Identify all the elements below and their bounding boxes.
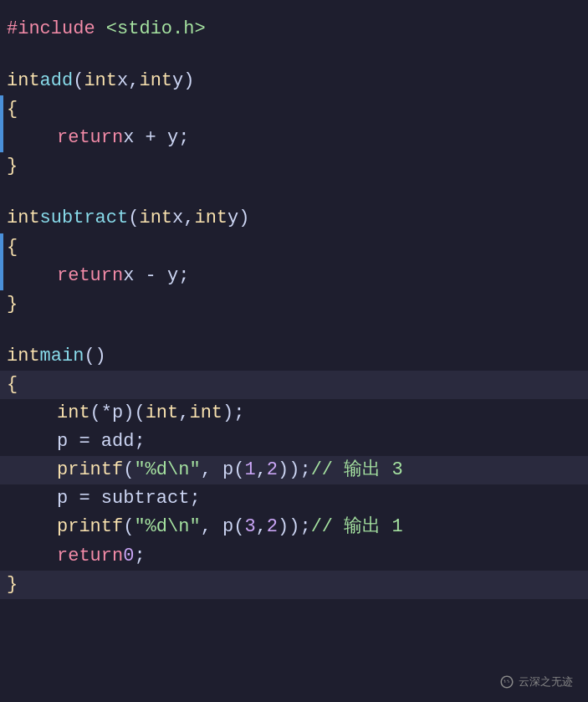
line-add-return: return x + y; bbox=[0, 124, 588, 152]
line-main-assign-subtract: p = subtract; bbox=[0, 484, 588, 513]
line-subtract-sig: int subtract ( int x , int y ) bbox=[0, 204, 588, 233]
left-bar bbox=[0, 124, 3, 152]
line-main-brace-close: } bbox=[0, 571, 588, 599]
blank-line-1 bbox=[0, 44, 588, 67]
include-directive: #include <stdio.h> bbox=[7, 15, 206, 44]
line-main-sig: int main () bbox=[0, 342, 588, 371]
svg-point-1 bbox=[509, 681, 510, 683]
code-editor: #include <stdio.h> int add ( int x , int… bbox=[0, 0, 588, 702]
line-add-sig: int add ( int x , int y ) bbox=[0, 67, 588, 95]
line-add-brace-close: } bbox=[0, 152, 588, 181]
blank-line-3 bbox=[0, 319, 588, 342]
line-main-printf1: printf ( "%d\n" , p( 1 , 2 )); // 输出 3 bbox=[0, 456, 588, 484]
left-bar bbox=[0, 262, 3, 290]
watermark-text: 云深之无迹 bbox=[519, 674, 573, 690]
line-main-return: return 0 ; bbox=[0, 542, 588, 571]
line-subtract-brace-close: } bbox=[0, 290, 588, 319]
line-include: #include <stdio.h> bbox=[0, 15, 588, 44]
line-main-printf2: printf ( "%d\n" , p( 3 , 2 )); // 输出 1 bbox=[0, 513, 588, 541]
line-main-assign-add: p = add; bbox=[0, 428, 588, 456]
line-subtract-brace-open: { bbox=[0, 233, 588, 262]
left-bar bbox=[0, 233, 3, 262]
line-main-brace-open: { bbox=[0, 371, 588, 399]
blank-line-2 bbox=[0, 181, 588, 204]
line-add-brace-open: { bbox=[0, 95, 588, 124]
wechat-icon bbox=[499, 674, 514, 689]
left-bar bbox=[0, 95, 3, 124]
svg-point-0 bbox=[504, 681, 506, 683]
line-subtract-return: return x - y; bbox=[0, 262, 588, 290]
watermark: 云深之无迹 bbox=[499, 674, 573, 690]
line-main-ptr-decl: int (*p)( int , int ); bbox=[0, 399, 588, 428]
